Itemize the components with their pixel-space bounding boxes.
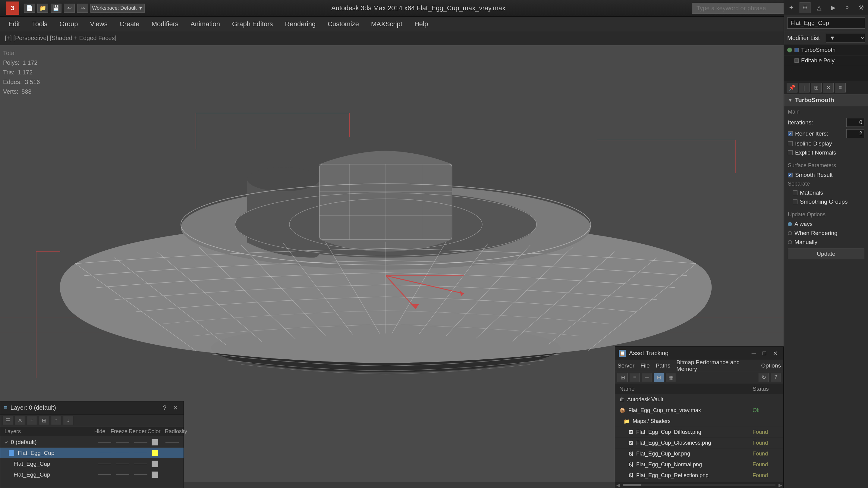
menu-views[interactable]: Views [84,18,113,30]
show-btn[interactable]: | [799,83,809,93]
asset-row-1[interactable]: 📦 Flat_Egg_Cup_max_vray.max Ok [615,405,783,416]
asset-tb-4[interactable]: ⊟ [654,373,664,382]
asset-menu-options[interactable]: Options [761,362,781,369]
ts-materials-checkbox[interactable] [793,190,798,195]
asset-tb-refresh[interactable]: ↻ [758,373,769,382]
asset-scrollbar[interactable]: ◀ ▶ [615,482,783,488]
menu-group[interactable]: Group [54,18,83,30]
ts-when-rendering-radio[interactable] [788,231,792,235]
ts-always-radio[interactable] [788,222,792,226]
redo-btn[interactable]: ↪ [77,4,88,13]
layers-col-color: Color [145,428,163,435]
asset-tb-3[interactable]: ─ [642,373,652,382]
menu-rendering[interactable]: Rendering [280,18,321,30]
ts-manually-radio[interactable] [788,240,792,244]
pin-btn[interactable]: 📌 [786,83,798,93]
asset-min-btn[interactable]: ─ [750,349,758,357]
configure-btn[interactable]: ≡ [835,83,846,93]
ts-smooth-result-checkbox[interactable] [788,173,793,177]
ts-smoothing-groups-checkbox[interactable] [793,199,798,204]
modifier-checkbox[interactable] [795,48,799,52]
layers-menu-btn[interactable]: ☰ [3,416,13,425]
modifier-checkbox-2[interactable] [795,59,799,63]
menu-modifiers[interactable]: Modifiers [146,18,184,30]
open-btn[interactable]: 📁 [37,4,48,13]
workspace-btn[interactable]: Workspace: Default ▼ [90,4,145,13]
layer-egg-cup-1-name: Flat_Egg_Cup [18,450,54,456]
asset-menu-file[interactable]: File [641,362,650,369]
layers-help-btn[interactable]: ? [161,404,168,412]
rp-hierarchy-icon[interactable]: △ [814,2,825,13]
rp-create-icon[interactable]: ✦ [786,2,797,13]
layers-down-btn[interactable]: ↓ [63,416,73,425]
asset-tb-2[interactable]: ≡ [629,373,640,382]
asset-max-btn[interactable]: □ [761,349,768,357]
scroll-track[interactable] [623,484,775,486]
menu-tools[interactable]: Tools [27,18,53,30]
turbosmooth-header[interactable]: ▼ TurboSmooth [784,94,868,106]
layers-close-btn[interactable]: ✕ [171,404,180,412]
asset-row-3[interactable]: 🖼 Flat_Egg_Cup_Diffuse.png Found [615,427,783,438]
modifier-name-2: Editable Poly [801,57,835,64]
layer-row-default[interactable]: ✓ 0 (default) [0,437,184,448]
ts-iterations-input[interactable] [846,118,864,127]
layers-up-btn[interactable]: ↑ [51,416,61,425]
new-btn[interactable]: 📄 [24,4,35,13]
title-bar-left: 3 📄 📁 💾 ↩ ↪ Workspace: Default ▼ [6,1,145,15]
layers-panel: ≡ Layer: 0 (default) ? ✕ ☰ ✕ + ⊞ ↑ ↓ Lay… [0,401,184,488]
diffuse-img-icon: 🖼 [628,429,633,435]
rp-display-icon[interactable]: ○ [841,2,852,13]
asset-tb-5[interactable]: ▦ [666,373,676,382]
ts-manually-row: Manually [788,238,864,247]
title-center: Autodesk 3ds Max 2014 x64 Flat_Egg_Cup_m… [331,4,505,12]
scroll-thumb[interactable] [623,484,641,486]
menu-help[interactable]: Help [409,18,433,30]
rp-utilities-icon[interactable]: ⚒ [856,2,867,13]
menu-maxscript[interactable]: MAXScript [366,18,408,30]
ts-render-iters-input[interactable] [846,129,864,138]
asset-row-2[interactable]: 📁 Maps / Shaders [615,416,783,427]
layer-row-egg-cup-3[interactable]: Flat_Egg_Cup [0,469,184,480]
asset-row-4[interactable]: 🖼 Flat_Egg_Cup_Glossiness.png Found [615,438,783,449]
asset-tb-help[interactable]: ? [771,373,781,382]
stats-verts-row: Verts: 588 [3,87,40,96]
asset-gloss-status: Found [751,440,781,446]
asset-row-6[interactable]: 🖼 Flat_Egg_Cup_Normal.png Found [615,459,783,470]
menu-graph-editors[interactable]: Graph Editors [227,18,278,30]
modifier-entry-turbosmooth[interactable]: TurboSmooth [784,45,868,56]
object-name-input[interactable] [787,18,865,29]
ts-render-iters-checkbox[interactable] [788,131,793,136]
layers-freeze-btn[interactable]: ⊞ [39,416,49,425]
modifier-entry-editablepoly[interactable]: Editable Poly [784,56,868,66]
remove-mod-btn[interactable]: ✕ [823,83,834,93]
rp-motion-icon[interactable]: ▶ [828,2,838,13]
menu-edit[interactable]: Edit [3,18,25,30]
search-input[interactable] [692,3,788,14]
asset-menu-paths[interactable]: Paths [656,362,671,369]
asset-row-0[interactable]: 🏛 Autodesk Vault [615,394,783,405]
layer-row-egg-cup-1[interactable]: Flat_Egg_Cup [0,448,184,458]
save-btn[interactable]: 💾 [51,4,61,13]
layers-delete-btn[interactable]: ✕ [15,416,25,425]
menu-create[interactable]: Create [114,18,145,30]
rp-modify-icon active[interactable]: ⚙ [800,2,810,13]
asset-menu-server[interactable]: Server [618,362,634,369]
asset-row-7[interactable]: 🖼 Flat_Egg_Cup_Reflection.png Found [615,470,783,481]
make-unique-btn[interactable]: ⊞ [811,83,822,93]
right-panel-toolbar: ✦ ⚙ △ ▶ ○ ⚒ [784,0,868,15]
asset-tb-1[interactable]: ⊞ [618,373,628,382]
asset-menu-bitmap[interactable]: Bitmap Performance and Memory [676,359,755,372]
undo-btn[interactable]: ↩ [64,4,75,13]
ts-smoothing-groups-row: Smoothing Groups [788,197,864,206]
modifier-list-select[interactable]: ▼ [826,33,865,43]
asset-row-5[interactable]: 🖼 Flat_Egg_Cup_lor.png Found [615,449,783,459]
ts-isoline-checkbox[interactable] [788,141,793,146]
asset-close-btn[interactable]: ✕ [771,349,780,358]
menu-customize[interactable]: Customize [322,18,364,30]
layers-add-btn[interactable]: + [27,416,37,425]
ts-explicit-checkbox[interactable] [788,150,793,155]
ts-update-btn[interactable]: Update [788,249,864,259]
layer-row-egg-cup-2[interactable]: Flat_Egg_Cup [0,458,184,469]
ts-smooth-result-row: Smooth Result [788,170,864,180]
menu-animation[interactable]: Animation [185,18,225,30]
